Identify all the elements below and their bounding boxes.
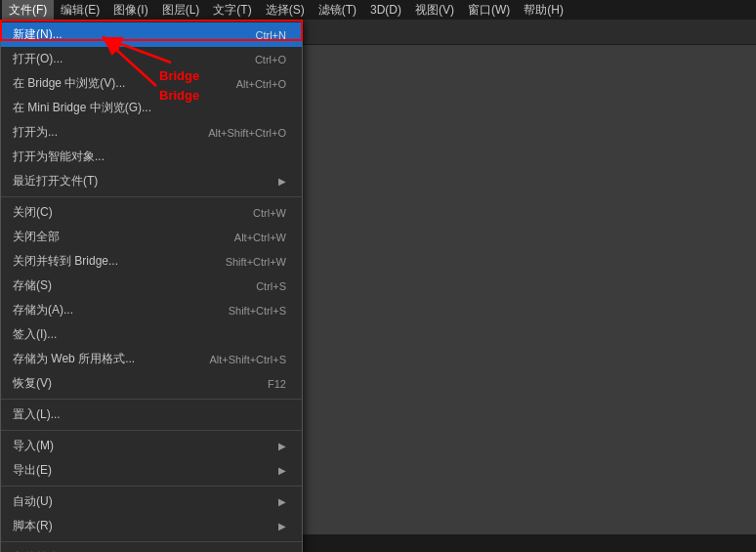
menu-select[interactable]: 选择(S) xyxy=(259,0,312,21)
menu-item-scripts[interactable]: 脚本(R) ▶ xyxy=(1,514,302,538)
menu-item-import-label: 导入(M) xyxy=(13,438,54,454)
menu-item-close[interactable]: 关闭(C) Ctrl+W xyxy=(1,200,302,225)
menu-item-save-web[interactable]: 存储为 Web 所用格式... Alt+Shift+Ctrl+S xyxy=(1,347,302,371)
menu-item-scripts-label: 脚本(R) xyxy=(13,518,53,534)
menu-item-bridge-browse[interactable]: 在 Bridge 中浏览(V)... Alt+Ctrl+O xyxy=(1,71,302,96)
menu-item-close-shortcut: Ctrl+W xyxy=(253,207,286,219)
menu-item-close-bridge-label: 关闭并转到 Bridge... xyxy=(13,253,118,270)
menu-item-close-all-shortcut: Alt+Ctrl+W xyxy=(234,232,286,243)
menu-item-close-bridge-shortcut: Shift+Ctrl+W xyxy=(226,256,286,268)
menu-text[interactable]: 文字(T) xyxy=(206,0,258,21)
menu-item-open-smart-label: 打开为智能对象... xyxy=(13,149,105,165)
menu-filter[interactable]: 滤镜(T) xyxy=(312,0,363,21)
submenu-arrow-scripts: ▶ xyxy=(278,521,286,531)
menu-item-automate-label: 自动(U) xyxy=(13,493,53,510)
menu-item-save-shortcut: Ctrl+S xyxy=(256,280,286,292)
menu-item-open-shortcut: Ctrl+O xyxy=(255,54,286,65)
submenu-arrow-automate: ▶ xyxy=(278,496,286,507)
menu-view[interactable]: 视图(V) xyxy=(408,0,461,21)
divider-1 xyxy=(1,196,302,197)
divider-5 xyxy=(1,541,302,542)
divider-3 xyxy=(1,430,302,431)
menu-item-save-web-label: 存储为 Web 所用格式... xyxy=(13,351,135,367)
menu-item-checkin[interactable]: 签入(I)... xyxy=(1,322,302,347)
menu-item-checkin-label: 签入(I)... xyxy=(13,326,57,343)
submenu-arrow-export: ▶ xyxy=(278,465,286,476)
menu-item-save-as-label: 存储为(A)... xyxy=(13,302,73,318)
menu-item-recent[interactable]: 最近打开文件(T) ▶ xyxy=(1,169,302,193)
menu-item-close-bridge[interactable]: 关闭并转到 Bridge... Shift+Ctrl+W xyxy=(1,249,302,274)
menu-item-save[interactable]: 存储(S) Ctrl+S xyxy=(1,274,302,298)
menu-help[interactable]: 帮助(H) xyxy=(517,0,570,21)
divider-4 xyxy=(1,486,302,487)
menu-item-recent-label: 最近打开文件(T) xyxy=(13,173,98,190)
menu-item-new-label: 新建(N)... xyxy=(13,26,63,43)
menu-item-open-as-shortcut: Alt+Shift+Ctrl+O xyxy=(208,127,286,139)
menu-item-file-info[interactable]: 文件简介(F)... Alt+Shift+Ctrl+I xyxy=(1,545,302,552)
menu-edit[interactable]: 编辑(E) xyxy=(54,0,106,21)
menu-item-bridge-browse-shortcut: Alt+Ctrl+O xyxy=(236,78,286,90)
submenu-arrow-recent: ▶ xyxy=(278,176,286,187)
submenu-arrow-import: ▶ xyxy=(278,441,286,451)
menu-layer[interactable]: 图层(L) xyxy=(155,0,207,21)
menu-item-export[interactable]: 导出(E) ▶ xyxy=(1,458,302,483)
menu-item-place-label: 置入(L)... xyxy=(13,406,61,423)
menu-image[interactable]: 图像(I) xyxy=(106,0,154,21)
menu-item-revert-shortcut: F12 xyxy=(268,378,286,390)
menu-item-bridge-browse-label: 在 Bridge 中浏览(V)... xyxy=(13,75,125,92)
menu-item-mini-bridge[interactable]: 在 Mini Bridge 中浏览(G)... xyxy=(1,96,302,120)
menu-item-save-web-shortcut: Alt+Shift+Ctrl+S xyxy=(209,354,286,365)
menu-item-new-shortcut: Ctrl+N xyxy=(256,29,286,41)
menu-item-close-label: 关闭(C) xyxy=(13,204,53,221)
menu-item-open-as[interactable]: 打开为... Alt+Shift+Ctrl+O xyxy=(1,120,302,145)
menu-item-close-all-label: 关闭全部 xyxy=(13,229,60,245)
menu-item-import[interactable]: 导入(M) ▶ xyxy=(1,434,302,458)
menu-item-open-smart[interactable]: 打开为智能对象... xyxy=(1,145,302,169)
menu-bar: 文件(F) 编辑(E) 图像(I) 图层(L) 文字(T) 选择(S) 滤镜(T… xyxy=(0,0,756,20)
file-dropdown-menu: 新建(N)... Ctrl+N 打开(O)... Ctrl+O 在 Bridge… xyxy=(0,20,303,552)
menu-item-open-as-label: 打开为... xyxy=(13,124,58,141)
menu-item-mini-bridge-label: 在 Mini Bridge 中浏览(G)... xyxy=(13,100,151,116)
menu-item-save-label: 存储(S) xyxy=(13,277,52,294)
menu-item-new[interactable]: 新建(N)... Ctrl+N xyxy=(1,22,302,47)
divider-2 xyxy=(1,399,302,400)
menu-item-close-all[interactable]: 关闭全部 Alt+Ctrl+W xyxy=(1,225,302,249)
menu-item-place[interactable]: 置入(L)... xyxy=(1,403,302,427)
menu-item-save-as-shortcut: Shift+Ctrl+S xyxy=(229,305,286,317)
menu-file[interactable]: 文件(F) xyxy=(2,0,54,21)
menu-item-open-label: 打开(O)... xyxy=(13,51,63,67)
menu-item-export-label: 导出(E) xyxy=(13,462,52,479)
menu-window[interactable]: 窗口(W) xyxy=(461,0,517,21)
menu-item-revert-label: 恢复(V) xyxy=(13,375,52,392)
menu-3d[interactable]: 3D(D) xyxy=(363,1,408,19)
menu-item-open[interactable]: 打开(O)... Ctrl+O xyxy=(1,47,302,71)
menu-item-automate[interactable]: 自动(U) ▶ xyxy=(1,489,302,514)
menu-item-revert[interactable]: 恢复(V) F12 xyxy=(1,371,302,396)
menu-item-save-as[interactable]: 存储为(A)... Shift+Ctrl+S xyxy=(1,298,302,322)
